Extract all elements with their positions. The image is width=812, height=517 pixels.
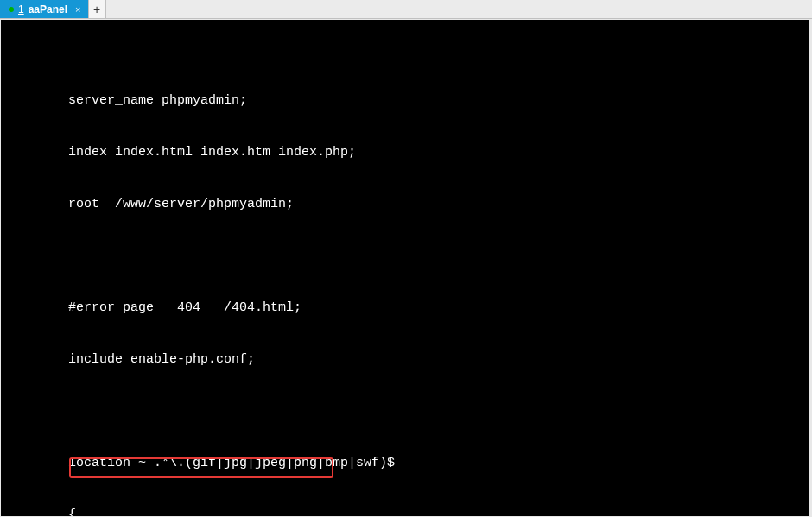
code-line: server_name phpmyadmin; [6,92,803,110]
code-line [6,403,803,420]
terminal[interactable]: server_name phpmyadmin; index index.html… [1,20,809,516]
code-line [6,248,803,265]
code-line: include enable-php.conf; [6,351,803,369]
tab-status-dot [9,7,14,12]
code-line: #error_page 404 /404.html; [6,299,803,317]
code-line: location ~ .*\.(gif|jpg|jpeg|png|bmp|swf… [6,455,803,472]
tab-number: 1 [18,3,24,16]
code-line: root /www/server/phpmyadmin; [6,196,803,213]
tab-label: aaPanel [29,3,67,16]
close-icon[interactable]: × [72,4,80,15]
code-line: { [6,507,803,516]
terminal-content: server_name phpmyadmin; index index.html… [6,58,803,516]
tab-aapanel[interactable]: 1 aaPanel × [0,0,89,18]
new-tab-button[interactable]: + [89,0,106,18]
plus-icon: + [93,3,100,16]
tab-bar: 1 aaPanel × + [0,0,812,19]
code-line: index index.html index.htm index.php; [6,144,803,161]
